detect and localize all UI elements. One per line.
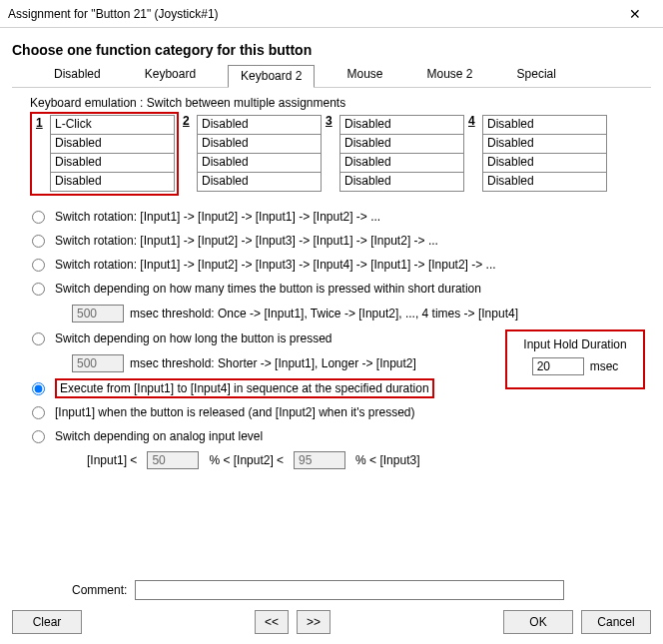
radio-release-label: [Input1] when the button is released (an… bbox=[55, 405, 415, 419]
press-threshold-input bbox=[72, 305, 124, 322]
col-head-2: 2 bbox=[183, 114, 190, 128]
comment-input[interactable] bbox=[135, 580, 564, 600]
tab-mouse2[interactable]: Mouse 2 bbox=[415, 64, 485, 87]
input-1-1[interactable]: L-Click bbox=[50, 115, 175, 135]
clear-button[interactable]: Clear bbox=[12, 610, 82, 634]
input-grid: 1 L-Click Disabled Disabled Disabled 2 D… bbox=[30, 112, 651, 196]
hold-duration-label: Input Hold Duration bbox=[517, 337, 633, 351]
titlebar: Assignment for "Button 21" (Joystick#1) … bbox=[0, 0, 663, 28]
input-1-2[interactable]: Disabled bbox=[50, 134, 175, 154]
analog-threshold-1 bbox=[147, 451, 199, 469]
col-head-1: 1 bbox=[36, 116, 43, 130]
radio-execute-sequence-label: Execute from [Input1] to [Input4] in seq… bbox=[60, 381, 429, 395]
radio-press-count-label: Switch depending on how many times the b… bbox=[55, 282, 481, 296]
tab-keyboard[interactable]: Keyboard bbox=[133, 64, 208, 87]
radio-rotation-2[interactable] bbox=[32, 211, 45, 224]
input-4-1[interactable]: Disabled bbox=[482, 115, 607, 135]
radio-analog-label: Switch depending on analog input level bbox=[55, 429, 263, 443]
col-head-3: 3 bbox=[326, 114, 332, 128]
input-col-4: 4 Disabled Disabled Disabled Disabled bbox=[482, 112, 607, 196]
input-1-4[interactable]: Disabled bbox=[50, 172, 175, 192]
hold-threshold-text: msec threshold: Shorter -> [Input1], Lon… bbox=[130, 356, 416, 370]
radio-press-count[interactable] bbox=[32, 283, 45, 296]
hold-duration-unit: msec bbox=[590, 359, 619, 373]
hold-duration-input[interactable] bbox=[532, 357, 584, 375]
input-4-2[interactable]: Disabled bbox=[482, 134, 607, 154]
next-button[interactable]: >> bbox=[297, 610, 331, 634]
ok-button[interactable]: OK bbox=[503, 610, 573, 634]
radio-rotation-3[interactable] bbox=[32, 235, 45, 248]
tab-keyboard2[interactable]: Keyboard 2 bbox=[228, 65, 315, 88]
comment-label: Comment: bbox=[72, 583, 127, 597]
radio-rotation-2-label: Switch rotation: [Input1] -> [Input2] ->… bbox=[55, 210, 380, 224]
radio-rotation-3-label: Switch rotation: [Input1] -> [Input2] ->… bbox=[55, 234, 438, 248]
input-3-4[interactable]: Disabled bbox=[339, 172, 464, 192]
tab-special[interactable]: Special bbox=[505, 64, 568, 87]
press-threshold-text: msec threshold: Once -> [Input1], Twice … bbox=[130, 307, 518, 321]
input-col-3: 3 Disabled Disabled Disabled Disabled bbox=[339, 112, 464, 196]
input-4-4[interactable]: Disabled bbox=[482, 172, 607, 192]
input-2-1[interactable]: Disabled bbox=[197, 115, 322, 135]
subheading: Keyboard emulation : Switch between mult… bbox=[30, 96, 651, 110]
radio-hold-duration-label: Switch depending on how long the button … bbox=[55, 331, 332, 345]
input-3-2[interactable]: Disabled bbox=[339, 134, 464, 154]
tab-disabled[interactable]: Disabled bbox=[42, 64, 113, 87]
input-2-4[interactable]: Disabled bbox=[197, 172, 322, 192]
hold-duration-box: Input Hold Duration msec bbox=[505, 329, 645, 389]
tab-mouse[interactable]: Mouse bbox=[334, 64, 394, 87]
radio-execute-sequence[interactable] bbox=[32, 382, 45, 395]
input-2-2[interactable]: Disabled bbox=[197, 134, 322, 154]
input-2-3[interactable]: Disabled bbox=[197, 153, 322, 173]
radio-release[interactable] bbox=[32, 406, 45, 419]
input-col-2: 2 Disabled Disabled Disabled Disabled bbox=[197, 112, 322, 196]
radio-rotation-4[interactable] bbox=[32, 259, 45, 272]
close-icon[interactable]: ✕ bbox=[615, 0, 655, 28]
input-3-3[interactable]: Disabled bbox=[339, 153, 464, 173]
window-title: Assignment for "Button 21" (Joystick#1) bbox=[8, 7, 615, 21]
input-3-1[interactable]: Disabled bbox=[339, 115, 464, 135]
cancel-button[interactable]: Cancel bbox=[581, 610, 651, 634]
prev-button[interactable]: << bbox=[255, 610, 289, 634]
hold-threshold-input bbox=[72, 354, 124, 372]
radio-analog[interactable] bbox=[32, 430, 45, 443]
input-4-3[interactable]: Disabled bbox=[482, 153, 607, 173]
analog-lbl-2: % < [Input2] < bbox=[209, 453, 284, 467]
page-heading: Choose one function category for this bu… bbox=[12, 42, 651, 58]
input-col-1: 1 L-Click Disabled Disabled Disabled bbox=[30, 112, 179, 196]
analog-lbl-1: [Input1] < bbox=[87, 453, 137, 467]
analog-lbl-3: % < [Input3] bbox=[355, 453, 419, 467]
input-1-3[interactable]: Disabled bbox=[50, 153, 175, 173]
analog-threshold-2 bbox=[294, 451, 345, 469]
tab-bar: Disabled Keyboard Keyboard 2 Mouse Mouse… bbox=[12, 64, 651, 88]
col-head-4: 4 bbox=[468, 114, 475, 128]
radio-hold-duration[interactable] bbox=[32, 332, 45, 345]
radio-rotation-4-label: Switch rotation: [Input1] -> [Input2] ->… bbox=[55, 258, 496, 272]
